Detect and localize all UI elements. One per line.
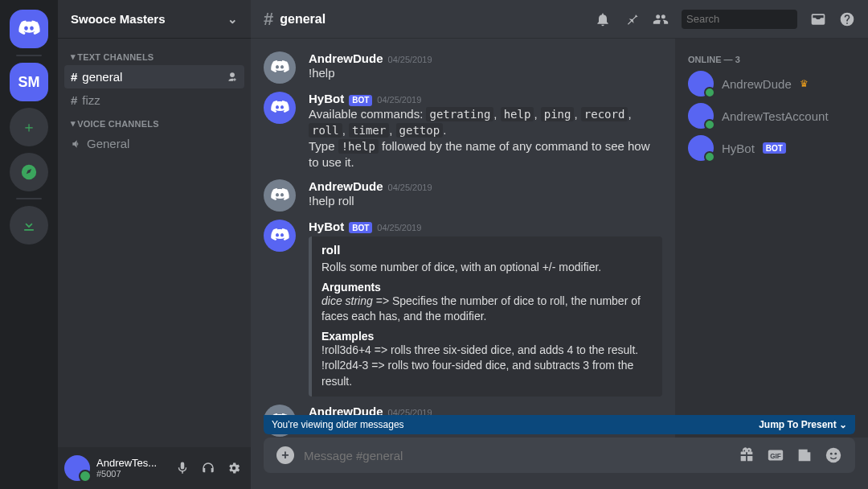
member-item[interactable]: AndrewTestAccount <box>682 100 862 132</box>
hash-icon: # <box>71 70 77 84</box>
message-input-container: + GIF <box>264 438 855 473</box>
member-avatar <box>688 103 714 129</box>
settings-icon[interactable] <box>223 458 244 479</box>
invite-icon[interactable] <box>227 72 238 83</box>
channel-label: fizz <box>82 93 100 107</box>
member-item[interactable]: AndrewDude ♛ <box>682 68 862 100</box>
hash-icon: # <box>264 9 273 30</box>
member-avatar <box>688 71 714 97</box>
search-box[interactable] <box>682 10 797 29</box>
older-messages-bar[interactable]: You're viewing older messages Jump To Pr… <box>264 415 855 434</box>
download-apps-button[interactable] <box>10 206 48 244</box>
channel-item-voice-general[interactable]: General <box>64 132 244 155</box>
server-header[interactable]: Swooce Masters ⌄ <box>58 0 251 39</box>
gif-icon[interactable]: GIF <box>767 446 784 464</box>
self-tag: #5007 <box>96 469 166 479</box>
avatar[interactable] <box>264 179 296 212</box>
server-divider <box>16 55 42 56</box>
members-icon[interactable] <box>653 11 669 27</box>
hash-icon: # <box>71 93 77 107</box>
message-input[interactable] <box>304 449 728 462</box>
attach-button[interactable]: + <box>276 446 294 464</box>
member-name: HyBot <box>722 142 755 155</box>
jump-to-present[interactable]: Jump To Present ⌄ <box>759 419 847 430</box>
server-divider <box>16 198 42 199</box>
input-area: You're viewing older messages Jump To Pr… <box>251 438 868 489</box>
svg-text:GIF: GIF <box>770 453 781 460</box>
category-voice[interactable]: ▾Voice Channels <box>64 112 244 132</box>
bot-tag: BOT <box>763 142 786 154</box>
member-item[interactable]: HyBot BOT <box>682 132 862 164</box>
embed-title: roll <box>321 243 653 257</box>
channel-label: general <box>82 70 122 84</box>
message-text: Type !help followed by the name of any c… <box>309 138 662 171</box>
channel-list: ▾Text Channels # general # fizz ▾Voice C… <box>58 39 251 447</box>
search-input[interactable] <box>686 13 821 25</box>
server-button-swooce[interactable]: SM <box>10 63 48 101</box>
explore-servers-button[interactable] <box>10 153 48 191</box>
author-name[interactable]: HyBot <box>309 220 344 233</box>
self-avatar[interactable] <box>64 455 90 481</box>
channel-header: # general <box>251 0 868 39</box>
avatar[interactable] <box>264 220 296 252</box>
avatar[interactable] <box>264 51 296 84</box>
message-text: !help <box>309 65 662 81</box>
svg-point-2 <box>826 448 841 462</box>
sticker-icon[interactable] <box>796 446 813 464</box>
message: HyBotBOT04/25/2019rollRolls some number … <box>264 213 662 398</box>
user-footer: AndrewTes... #5007 <box>58 447 251 489</box>
deafen-icon[interactable] <box>198 458 219 479</box>
help-icon[interactable] <box>839 11 855 27</box>
emoji-icon[interactable] <box>825 446 842 464</box>
message-text: Available commands: getrating, help, pin… <box>309 106 662 139</box>
chevron-down-icon: ⌄ <box>227 12 238 27</box>
member-avatar <box>688 135 714 161</box>
self-username: AndrewTes... <box>96 458 166 469</box>
svg-point-3 <box>830 453 833 455</box>
timestamp: 04/25/2019 <box>377 95 421 105</box>
channel-label: General <box>87 137 129 150</box>
message-text: !help roll <box>309 193 662 209</box>
message: HyBotBOT04/25/2019Available commands: ge… <box>264 85 662 173</box>
inbox-icon[interactable] <box>810 11 826 27</box>
member-category: Online — 3 <box>682 51 862 68</box>
message: AndrewDude04/25/2019!help roll <box>264 173 662 213</box>
timestamp: 04/25/2019 <box>388 183 432 192</box>
member-list: Online — 3 AndrewDude ♛AndrewTestAccount… <box>675 39 868 438</box>
timestamp: 04/25/2019 <box>388 55 432 64</box>
svg-point-4 <box>834 453 837 455</box>
member-name: AndrewTestAccount <box>722 109 829 123</box>
crown-icon: ♛ <box>800 78 809 89</box>
server-rail: SM ＋ <box>0 0 58 489</box>
author-name[interactable]: AndrewDude <box>309 179 383 193</box>
author-name[interactable]: AndrewDude <box>309 51 383 65</box>
mute-icon[interactable] <box>172 458 193 479</box>
category-text[interactable]: ▾Text Channels <box>64 45 244 65</box>
message-list[interactable]: AndrewDude04/25/2019!helpHyBotBOT04/25/2… <box>251 39 675 438</box>
avatar[interactable] <box>264 92 296 124</box>
channel-title: general <box>280 12 326 27</box>
home-button[interactable] <box>10 10 48 48</box>
bot-tag: BOT <box>349 95 372 106</box>
gift-icon[interactable] <box>738 446 755 464</box>
message: AndrewDude04/25/2019!help <box>264 45 662 85</box>
author-name[interactable]: HyBot <box>309 92 344 105</box>
embed: rollRolls some number of dice, with an o… <box>309 236 662 397</box>
main-column: # general AndrewDude04/25/2019!helpHyBot… <box>251 0 868 489</box>
speaker-icon <box>71 138 82 150</box>
notifications-icon[interactable] <box>595 11 611 27</box>
pinned-icon[interactable] <box>624 11 640 27</box>
server-name: Swooce Masters <box>71 12 166 26</box>
channel-item-fizz[interactable]: # fizz <box>64 88 244 112</box>
bot-tag: BOT <box>349 222 372 233</box>
member-name: AndrewDude <box>722 77 792 91</box>
channel-item-general[interactable]: # general <box>64 65 244 88</box>
older-text: You're viewing older messages <box>272 419 404 430</box>
channel-sidebar: Swooce Masters ⌄ ▾Text Channels # genera… <box>58 0 251 489</box>
timestamp: 04/25/2019 <box>377 223 421 232</box>
add-server-button[interactable]: ＋ <box>10 108 48 146</box>
